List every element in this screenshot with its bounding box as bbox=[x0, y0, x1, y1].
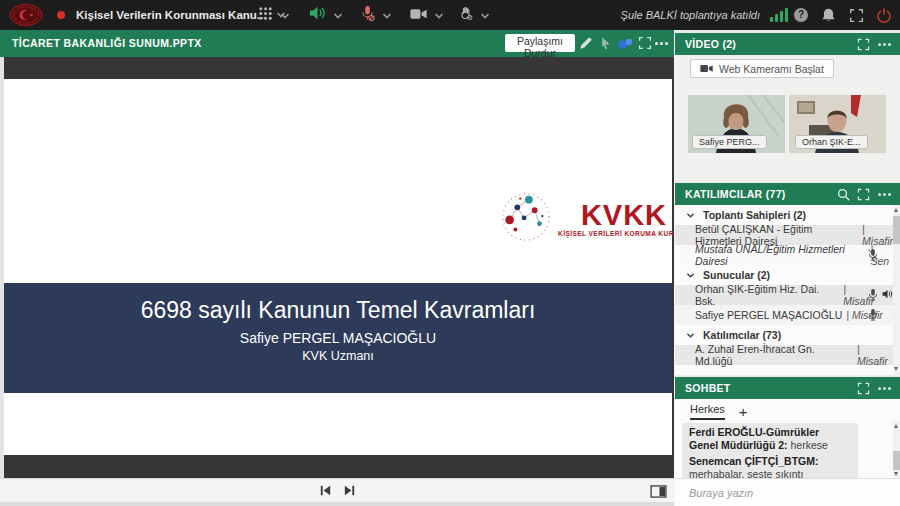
next-slide-icon[interactable] bbox=[342, 483, 357, 502]
speaker-icon bbox=[309, 5, 326, 25]
chat-scrollbar[interactable] bbox=[893, 421, 900, 478]
stop-sharing-button[interactable]: Paylaşımı Durdur bbox=[505, 34, 575, 52]
participants-panel-title: KATILIMCILAR (77) bbox=[685, 188, 786, 200]
top-bar: Kişisel Verilerin Korunması Kanu... bbox=[0, 0, 900, 30]
layout-grid-menu[interactable] bbox=[258, 0, 290, 30]
chevron-down-icon bbox=[686, 269, 695, 281]
side-panel-toggle-icon[interactable] bbox=[650, 484, 667, 502]
chevron-down-icon bbox=[480, 6, 490, 24]
bell-icon[interactable] bbox=[821, 7, 836, 27]
participants-scrollbar[interactable] bbox=[893, 205, 900, 375]
laser-highlight-icon[interactable] bbox=[617, 36, 634, 54]
participant-row[interactable]: Safiye PERGEL MAŞACIOĞLU | Misafir bbox=[675, 305, 893, 325]
grid-icon bbox=[258, 6, 273, 25]
camera-icon bbox=[700, 63, 713, 75]
maximize-panel-icon[interactable] bbox=[638, 36, 652, 54]
more-options-icon[interactable] bbox=[655, 42, 668, 45]
slide-title-banner: 6698 sayılı Kanunun Temel Kavramları Saf… bbox=[4, 283, 672, 393]
pointer-cursor-icon[interactable] bbox=[599, 36, 612, 54]
chat-input-row bbox=[675, 478, 900, 506]
chat-panel-title: SOHBET bbox=[685, 382, 731, 394]
connection-signal-icon bbox=[770, 0, 788, 30]
video-name-label: Safiye PERG... bbox=[692, 135, 767, 149]
previous-slide-icon[interactable] bbox=[318, 483, 333, 502]
more-options-icon[interactable] bbox=[878, 387, 891, 390]
government-emblem-logo bbox=[8, 3, 44, 31]
participant-tag: | Misafir bbox=[857, 343, 893, 367]
video-name-label: Orhan ŞIK-E... bbox=[795, 135, 868, 149]
search-icon[interactable] bbox=[837, 187, 850, 205]
camera-menu[interactable] bbox=[410, 0, 444, 30]
maximize-panel-icon[interactable] bbox=[857, 381, 870, 399]
raise-hand-menu[interactable] bbox=[458, 0, 490, 30]
speaker-menu[interactable] bbox=[309, 0, 343, 30]
more-options-icon[interactable] bbox=[878, 193, 891, 196]
slide-navigation-bar bbox=[0, 478, 674, 502]
participant-row[interactable]: Orhan ŞIK-Eğitim Hiz. Dai. Bşk. | Misafi… bbox=[675, 285, 893, 305]
microphone-menu[interactable] bbox=[360, 0, 392, 30]
pencil-annotate-icon[interactable] bbox=[579, 36, 593, 54]
chat-panel-header: SOHBET bbox=[675, 377, 900, 399]
participant-group-attendees[interactable]: Katılımcılar (73) bbox=[675, 325, 893, 345]
video-tile-orhan[interactable]: Orhan ŞIK-E... bbox=[789, 95, 886, 153]
microphone-muted-icon[interactable] bbox=[867, 248, 879, 264]
participant-group-hosts[interactable]: Toplantı Sahipleri (2) bbox=[675, 205, 893, 225]
microphone-icon[interactable] bbox=[867, 308, 879, 324]
more-options-icon[interactable] bbox=[878, 43, 891, 46]
panel-gap bbox=[675, 375, 900, 377]
video-tile-safiye[interactable]: Safiye PERG... bbox=[688, 95, 785, 153]
chevron-down-icon bbox=[280, 6, 290, 24]
bottom-edge-strip bbox=[0, 502, 674, 506]
camera-icon bbox=[410, 6, 427, 24]
presentation-header: TİCARET BAKANLIĞI SUNUM.PPTX Paylaşımı D… bbox=[0, 30, 674, 57]
slide-canvas: KVKK KİŞİSEL VERİLERİ KORUMA KURUMU 6698… bbox=[4, 79, 672, 455]
recording-indicator-dot bbox=[57, 11, 65, 19]
participant-row-self[interactable]: Mustafa ÜNAL/Eğitim Hizmetleri Dairesi |… bbox=[675, 245, 893, 265]
meeting-title-dropdown[interactable]: Kişisel Verilerin Korunması Kanu... bbox=[76, 0, 286, 30]
kvkk-logo-title: KVKK bbox=[581, 201, 667, 229]
kvkk-logo-subtitle: KİŞİSEL VERİLERİ KORUMA KURUMU bbox=[558, 230, 690, 237]
video-panel-header: VİDEO (2) bbox=[675, 33, 900, 55]
chevron-down-icon bbox=[686, 329, 695, 341]
presentation-file-name: TİCARET BAKANLIĞI SUNUM.PPTX bbox=[12, 37, 202, 49]
meeting-app-window: Kişisel Verilerin Korunması Kanu... bbox=[0, 0, 900, 506]
meeting-title: Kişisel Verilerin Korunması Kanu... bbox=[76, 9, 266, 21]
participant-row[interactable]: A. Zuhal Eren-İhracat Gn. Md.lüğü | Misa… bbox=[675, 345, 893, 365]
add-chat-tab-button[interactable]: + bbox=[739, 405, 748, 419]
chevron-down-icon bbox=[382, 6, 392, 24]
participant-row[interactable]: Betül ÇALIŞKAN - Eğitim Hizmetleri Daire… bbox=[675, 225, 893, 245]
chevron-down-icon bbox=[333, 6, 343, 24]
start-webcam-button[interactable]: Web Kameramı Başlat bbox=[690, 59, 834, 78]
participants-scrollbar-thumb[interactable] bbox=[893, 216, 900, 244]
chat-message-input[interactable] bbox=[687, 483, 881, 503]
participants-list: Toplantı Sahipleri (2) Betül ÇALIŞKAN - … bbox=[675, 205, 900, 375]
participant-group-presenters[interactable]: Sunucular (2) bbox=[675, 265, 893, 285]
participants-panel-header: KATILIMCILAR (77) bbox=[675, 183, 900, 205]
panel-gap bbox=[675, 180, 900, 183]
microphone-icon[interactable] bbox=[867, 288, 879, 304]
kvkk-logo: KVKK KİŞİSEL VERİLERİ KORUMA KURUMU bbox=[500, 191, 690, 247]
kvkk-emblem-icon bbox=[500, 191, 552, 247]
maximize-panel-icon[interactable] bbox=[857, 187, 870, 205]
chevron-down-icon bbox=[686, 209, 695, 221]
chat-tab-everyone[interactable]: Herkes bbox=[690, 403, 725, 420]
video-panel-title: VİDEO (2) bbox=[685, 38, 736, 50]
microphone-muted-icon bbox=[360, 5, 375, 26]
fullscreen-icon[interactable] bbox=[849, 8, 864, 27]
slide-presenter-role: KVK Uzmanı bbox=[302, 348, 374, 365]
chat-tabs: Herkes + bbox=[690, 403, 748, 420]
help-icon[interactable]: ? bbox=[794, 8, 808, 22]
chevron-down-icon bbox=[434, 6, 444, 24]
join-notification: Şule BALKİ toplantıya katıldı bbox=[621, 0, 760, 30]
chat-author: Senemcan ÇİFTÇİ_BTGM: bbox=[689, 455, 819, 467]
raised-hand-icon bbox=[458, 5, 473, 25]
speaking-indicator-icon bbox=[882, 289, 893, 301]
slide-presenter: Safiye PERGEL MAŞACIOĞLU bbox=[240, 328, 436, 348]
slide-title: 6698 sayılı Kanunun Temel Kavramları bbox=[141, 295, 536, 325]
power-leave-icon[interactable] bbox=[876, 7, 892, 27]
chat-scrollbar-thumb[interactable] bbox=[893, 451, 900, 470]
maximize-panel-icon[interactable] bbox=[857, 37, 870, 55]
